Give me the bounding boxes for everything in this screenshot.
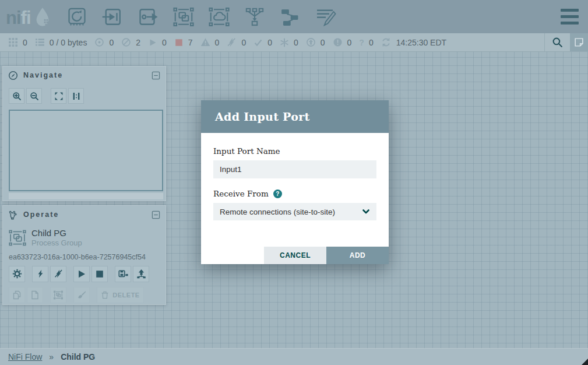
- label-icon[interactable]: [315, 6, 337, 28]
- stat-stopped: 7: [174, 38, 193, 47]
- receive-from-dropdown[interactable]: Remote connections (site-to-site): [213, 203, 376, 220]
- input-port-name-field[interactable]: [213, 160, 376, 178]
- header-toolbar: nifi: [0, 0, 588, 33]
- birdseye-footer: [9, 193, 163, 199]
- copy-icon: [12, 290, 22, 300]
- stat-value: 0: [267, 38, 272, 47]
- stale-up-arrow-icon: [306, 37, 316, 47]
- global-menu-button[interactable]: [561, 9, 579, 24]
- remote-process-group-icon[interactable]: [208, 6, 230, 28]
- stop-icon: [95, 269, 104, 279]
- create-template-button[interactable]: [115, 266, 131, 282]
- component-name: Child PG: [31, 228, 82, 238]
- stat-active-threads: 0: [8, 37, 27, 47]
- enable-button[interactable]: [32, 266, 48, 282]
- stat-value: 0: [241, 38, 246, 47]
- zoom-in-button[interactable]: [9, 88, 24, 104]
- brush-icon: [77, 290, 86, 300]
- status-right-cluster: [544, 33, 588, 51]
- stat-sync-failure: ? 0: [359, 38, 373, 47]
- zoom-out-button[interactable]: [26, 88, 42, 104]
- sticky-note-icon: [574, 37, 584, 47]
- stat-invalid: 0: [200, 37, 220, 47]
- stat-value: 0: [215, 38, 220, 47]
- trash-icon: [101, 290, 109, 299]
- hand-icon: [8, 210, 18, 220]
- stat-value: 0: [109, 38, 114, 47]
- operate-actions-row-2: DELETE: [9, 287, 166, 303]
- zoom-fit-button[interactable]: [51, 88, 66, 104]
- paste-button[interactable]: [27, 287, 43, 303]
- upload-template-button[interactable]: [133, 266, 149, 282]
- breadcrumb-root-link[interactable]: NiFi Flow: [8, 352, 42, 362]
- input-port-name-label: Input Port Name: [213, 146, 376, 156]
- up-to-date-check-icon: [253, 38, 263, 47]
- stat-value: 0: [162, 38, 167, 47]
- refresh-time: 14:25:30 EDT: [396, 38, 446, 47]
- fill-color-button[interactable]: [73, 287, 90, 303]
- dialog-header: Add Input Port: [201, 100, 389, 133]
- start-button[interactable]: [73, 266, 90, 282]
- breadcrumb: NiFi Flow » Child PG: [0, 348, 588, 365]
- dialog-title: Add Input Port: [215, 110, 310, 123]
- output-port-icon[interactable]: [137, 6, 159, 28]
- input-port-icon[interactable]: [101, 6, 124, 28]
- receive-from-row: Receive From ?: [213, 189, 376, 198]
- delete-button[interactable]: DELETE: [97, 287, 144, 303]
- bolt-slash-icon: [54, 269, 63, 278]
- zoom-actual-size-button[interactable]: [68, 88, 84, 104]
- stop-button[interactable]: [91, 266, 108, 282]
- add-input-port-dialog: Add Input Port Input Port Name Receive F…: [201, 100, 389, 264]
- not-transmitting-icon: [121, 37, 131, 47]
- breadcrumb-separator: »: [49, 352, 54, 362]
- stat-value: 7: [188, 38, 193, 47]
- navigate-collapse-button[interactable]: [152, 71, 160, 80]
- refresh-icon[interactable]: [381, 37, 391, 47]
- stat-stale: 0: [306, 37, 325, 47]
- receive-from-value: Remote connections (site-to-site): [220, 208, 335, 216]
- process-group-small-icon: [9, 229, 26, 247]
- stat-last-refreshed: 14:25:30 EDT: [381, 37, 446, 47]
- bulletin-board-button[interactable]: [570, 33, 588, 51]
- upload-template-icon: [136, 269, 146, 279]
- sync-failure-question-icon: ?: [359, 38, 364, 47]
- transmitting-icon: [94, 37, 104, 47]
- stopped-square-icon: [174, 38, 184, 47]
- navigate-panel: Navigate: [2, 66, 166, 201]
- process-group-icon[interactable]: [172, 6, 195, 28]
- stat-value: 0: [321, 38, 325, 47]
- copy-button[interactable]: [9, 287, 25, 303]
- disable-button[interactable]: [50, 266, 66, 282]
- chevron-down-icon: [362, 208, 370, 216]
- stat-value: 2: [136, 38, 140, 47]
- search-button[interactable]: [544, 33, 570, 51]
- cancel-button[interactable]: CANCEL: [264, 247, 326, 264]
- funnel-icon[interactable]: [244, 6, 266, 28]
- help-icon[interactable]: ?: [273, 189, 282, 198]
- play-icon: [77, 269, 86, 279]
- logo-text-fi: fi: [21, 9, 31, 27]
- breadcrumb-current: Child PG: [61, 352, 95, 362]
- running-play-icon: [148, 38, 157, 47]
- operate-collapse-button[interactable]: [152, 210, 160, 219]
- operate-panel: Operate Child PG Process: [2, 205, 166, 305]
- disabled-bolt-slash-icon: [227, 37, 237, 47]
- stat-not-transmitting: 2: [121, 37, 140, 47]
- navigate-controls: [9, 88, 166, 104]
- configure-button[interactable]: [9, 266, 25, 282]
- component-id: ea633723-016a-1000-b6ea-72576945cf54: [9, 253, 160, 261]
- nifi-app: nifi: [0, 0, 588, 365]
- stat-value: 0: [347, 38, 352, 47]
- nifi-droplet-icon: [31, 7, 52, 27]
- group-button[interactable]: [50, 287, 66, 303]
- gear-icon: [12, 269, 22, 279]
- nifi-logo: nifi: [6, 7, 52, 27]
- processor-icon[interactable]: [66, 6, 88, 28]
- corner-artifact: [582, 359, 588, 365]
- template-icon[interactable]: [279, 6, 301, 28]
- add-button[interactable]: ADD: [326, 247, 389, 264]
- stat-locally-modified: 0: [280, 38, 298, 47]
- selected-component: Child PG Process Group: [9, 228, 160, 248]
- birdseye-map[interactable]: [9, 110, 163, 191]
- navigate-panel-title: Navigate: [23, 71, 63, 79]
